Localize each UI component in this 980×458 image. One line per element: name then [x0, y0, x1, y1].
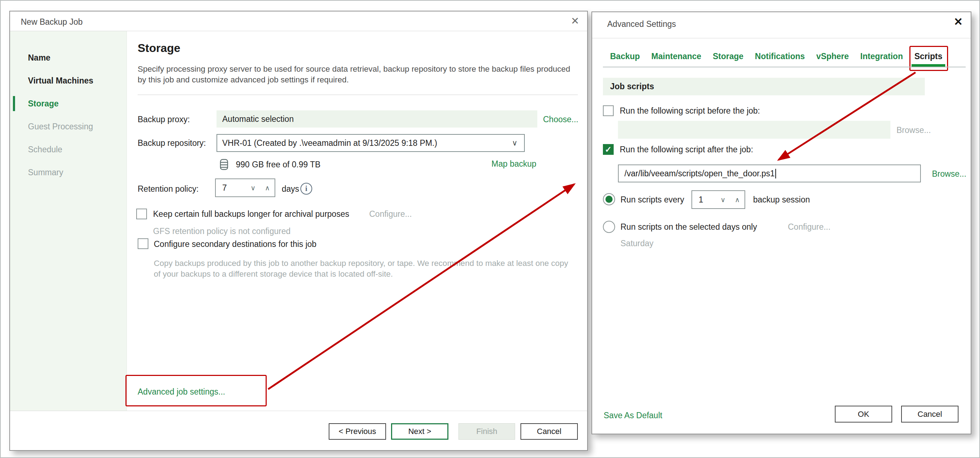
backup-repository-label: Backup repository: — [138, 138, 206, 148]
finish-button: Finish — [458, 423, 515, 440]
run-after-checkbox[interactable]: ✓ — [603, 144, 614, 155]
cancel-button[interactable]: Cancel — [901, 406, 958, 423]
stepper-up-icon[interactable]: ∧ — [260, 184, 275, 192]
wizard-step-sidebar: Name Virtual Machines Storage Guest Proc… — [10, 31, 127, 411]
days-configure-link: Configure... — [788, 222, 830, 232]
stepper-up-icon[interactable]: ∧ — [730, 196, 745, 204]
step-description: Specify processing proxy server to be us… — [138, 64, 577, 85]
run-before-checkbox[interactable] — [603, 105, 614, 116]
settings-tabs: Backup Maintenance Storage Notifications… — [610, 52, 942, 67]
run-before-label[interactable]: Run the following script before the job: — [620, 106, 760, 116]
ok-button[interactable]: OK — [835, 406, 892, 423]
secondary-destinations-checkbox[interactable] — [138, 238, 148, 249]
save-as-default-link[interactable]: Save As Default — [604, 411, 662, 420]
keep-full-backups-checkbox[interactable] — [136, 208, 147, 219]
keep-full-backups-label[interactable]: Keep certain full backups longer for arc… — [153, 209, 349, 219]
repository-free-space: 990 GB free of 0.99 TB — [236, 160, 320, 170]
cancel-button[interactable]: Cancel — [520, 423, 578, 440]
after-script-path-input[interactable]: /var/lib/veeam/scripts/open_the_door.ps1 — [618, 164, 921, 183]
sidebar-item-storage[interactable]: Storage — [28, 97, 59, 110]
sidebar-item-name[interactable]: Name — [28, 52, 51, 64]
annotation-box-advanced-link — [126, 375, 267, 406]
tab-underline — [603, 67, 966, 67]
backup-proxy-label: Backup proxy: — [138, 114, 190, 124]
sidebar-item-virtual-machines[interactable]: Virtual Machines — [28, 75, 93, 87]
run-selected-days-label[interactable]: Run scripts on the selected days only — [620, 222, 757, 232]
before-script-path-input — [618, 121, 890, 139]
run-every-prefix-label[interactable]: Run scripts every — [620, 195, 684, 205]
tab-vsphere[interactable]: vSphere — [816, 52, 849, 67]
session-count-stepper[interactable]: 1 ∨ ∧ — [692, 190, 745, 209]
run-selected-days-radio[interactable] — [603, 221, 615, 233]
sidebar-item-guest-processing[interactable]: Guest Processing — [28, 121, 93, 133]
tab-notifications[interactable]: Notifications — [755, 52, 805, 67]
dialog-title: Advanced Settings — [607, 19, 676, 29]
repository-icon — [220, 158, 229, 170]
divider — [138, 95, 578, 95]
page-title: Storage — [138, 41, 180, 55]
next-button[interactable]: Next > — [391, 423, 449, 440]
info-icon[interactable]: i — [301, 183, 312, 195]
divider — [10, 411, 587, 411]
stepper-down-icon[interactable]: ∨ — [246, 184, 260, 192]
new-backup-job-dialog: New Backup Job ✕ Name Virtual Machines S… — [9, 11, 588, 451]
tab-storage[interactable]: Storage — [713, 52, 743, 67]
previous-button[interactable]: < Previous — [329, 423, 386, 440]
tab-scripts[interactable]: Scripts — [915, 52, 942, 67]
stepper-down-icon[interactable]: ∨ — [716, 196, 730, 204]
sidebar-item-summary[interactable]: Summary — [28, 166, 63, 178]
advanced-settings-dialog: Advanced Settings ✕ Backup Maintenance S… — [592, 11, 971, 434]
tab-maintenance[interactable]: Maintenance — [651, 52, 701, 67]
selected-days-note: Saturday — [620, 239, 654, 248]
sidebar-item-schedule[interactable]: Schedule — [28, 143, 62, 156]
backup-proxy-value: Automatic selection — [216, 110, 537, 127]
close-icon[interactable]: ✕ — [954, 16, 963, 28]
job-scripts-section-header: Job scripts — [603, 78, 925, 95]
check-icon: ✓ — [605, 145, 611, 154]
choose-proxy-link[interactable]: Choose... — [543, 114, 578, 124]
browse-after-link[interactable]: Browse... — [932, 169, 966, 179]
retention-unit-label: days — [282, 184, 299, 194]
secondary-destinations-label[interactable]: Configure secondary destinations for thi… — [154, 239, 317, 249]
retention-policy-label: Retention policy: — [138, 184, 199, 194]
gfs-configure-link[interactable]: Configure... — [369, 209, 412, 219]
run-every-session-radio[interactable] — [603, 193, 615, 205]
close-icon[interactable]: ✕ — [571, 15, 579, 27]
map-backup-link[interactable]: Map backup — [492, 159, 536, 169]
text-cursor — [775, 169, 776, 178]
run-every-suffix-label: backup session — [753, 195, 810, 205]
chevron-down-icon[interactable]: ∨ — [506, 139, 524, 147]
retention-days-stepper[interactable]: 7 ∨ ∧ — [215, 178, 275, 197]
divider — [592, 38, 971, 38]
browse-before-link: Browse... — [896, 126, 931, 135]
tab-integration[interactable]: Integration — [860, 52, 903, 67]
backup-repository-select[interactable]: VHR-01 (Created by .\veeamadmin at 9/13/… — [216, 134, 525, 152]
screenshot-canvas: New Backup Job ✕ Name Virtual Machines S… — [0, 0, 980, 458]
secondary-destinations-note: Copy backups produced by this job to ano… — [154, 258, 577, 280]
run-after-label[interactable]: Run the following script after the job: — [620, 145, 753, 154]
dialog-title: New Backup Job — [21, 17, 83, 27]
tab-backup[interactable]: Backup — [610, 52, 640, 67]
gfs-status-note: GFS retention policy is not configured — [153, 226, 291, 236]
